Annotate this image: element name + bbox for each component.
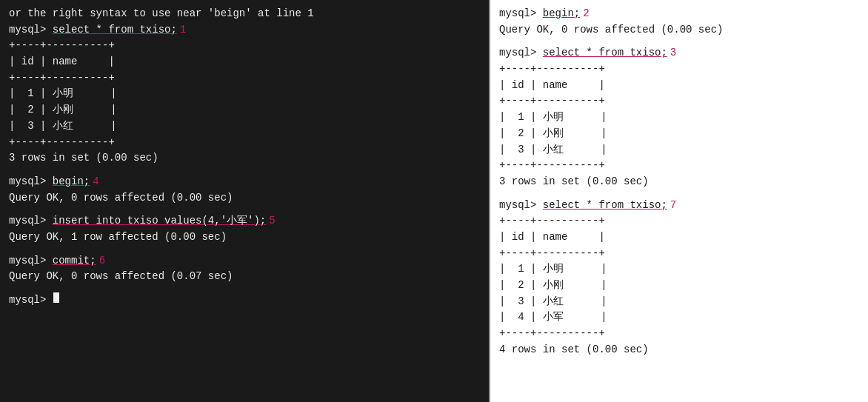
cmd6-text: commit; <box>53 253 96 269</box>
table3-row2: +----+----------+ <box>499 93 859 110</box>
table7-row6: | 4 | 小军 | <box>499 309 859 326</box>
cmd7-num: 7 <box>670 198 676 214</box>
cmd1-text: select * from txiso; <box>53 22 177 38</box>
result3: 3 rows in set (0.00 sec) <box>499 174 859 190</box>
result1: 3 rows in set (0.00 sec) <box>9 150 480 167</box>
cmd1-line: mysql> select * from txiso;1 <box>9 22 480 38</box>
cmd6-line: mysql> commit;6 <box>9 253 480 269</box>
table7-row1: | id | name | <box>499 230 859 246</box>
cmd3-line: mysql> select * from txiso;3 <box>499 45 859 61</box>
table3-container: +----+----------+ | id | name | +----+--… <box>499 61 859 174</box>
cmd4-num: 4 <box>93 174 99 190</box>
result4: Query OK, 0 rows affected (0.00 sec) <box>9 190 480 207</box>
table1-row4: | 2 | 小刚 | <box>9 102 480 118</box>
cmd2-num: 2 <box>583 6 589 22</box>
cmd3-num: 3 <box>670 45 676 61</box>
final-prompt: mysql> <box>9 292 53 309</box>
prompt2: mysql> <box>499 6 543 22</box>
table1-container: +----+----------+ | id | name | +----+--… <box>9 38 480 150</box>
cmd5-line: mysql> insert into txiso values(4,'小军');… <box>9 213 480 230</box>
prompt5: mysql> <box>9 213 53 230</box>
cmd5-text: insert into txiso values(4,'小军'); <box>53 213 266 230</box>
table3-row5: | 3 | 小红 | <box>499 142 859 158</box>
prompt3: mysql> <box>499 45 543 61</box>
table1-row1: | id | name | <box>9 54 480 70</box>
prompt7: mysql> <box>499 198 543 214</box>
table3-row0: +----+----------+ <box>499 61 859 78</box>
result2: Query OK, 0 rows affected (0.00 sec) <box>499 22 859 38</box>
table7-row0: +----+----------+ <box>499 213 859 230</box>
cmd2-line: mysql> begin;2 <box>499 6 859 22</box>
result5: Query OK, 1 row affected (0.00 sec) <box>9 230 480 246</box>
cursor <box>53 292 59 303</box>
table7-container: +----+----------+ | id | name | +----+--… <box>499 213 859 342</box>
cmd1-num: 1 <box>180 22 186 38</box>
cmd7-text: select * from txiso; <box>543 198 667 214</box>
cmd6-num: 6 <box>99 253 105 269</box>
cmd2-text: begin; <box>543 6 580 22</box>
prompt1: mysql> <box>9 22 53 38</box>
prompt6: mysql> <box>9 253 53 269</box>
cmd5-num: 5 <box>269 213 275 230</box>
table1-row2: +----+----------+ <box>9 70 480 87</box>
table7-row7: +----+----------+ <box>499 326 859 342</box>
prompt4: mysql> <box>9 174 53 190</box>
table3-row1: | id | name | <box>499 78 859 94</box>
table7-row2: +----+----------+ <box>499 246 859 262</box>
cmd7-line: mysql> select * from txiso;7 <box>499 198 859 214</box>
table7-row3: | 1 | 小明 | <box>499 261 859 278</box>
table3-row3: | 1 | 小明 | <box>499 110 859 126</box>
error-line: or the right syntax to use near 'beign' … <box>9 6 480 22</box>
result6: Query OK, 0 rows affected (0.07 sec) <box>9 269 480 285</box>
table3-row6: +----+----------+ <box>499 158 859 174</box>
cmd4-text: begin; <box>53 174 90 190</box>
right-terminal: mysql> begin;2 Query OK, 0 rows affected… <box>489 0 868 402</box>
final-prompt-line: mysql> <box>9 292 480 309</box>
table3-row4: | 2 | 小刚 | <box>499 126 859 142</box>
table1-row5: | 3 | 小红 | <box>9 118 480 135</box>
table1-row6: +----+----------+ <box>9 135 480 151</box>
table1-row0: +----+----------+ <box>9 38 480 54</box>
table1-row3: | 1 | 小明 | <box>9 86 480 102</box>
result7: 4 rows in set (0.00 sec) <box>499 342 859 358</box>
table7-row4: | 2 | 小刚 | <box>499 278 859 294</box>
cmd3-text: select * from txiso; <box>543 45 667 61</box>
left-terminal: or the right syntax to use near 'beign' … <box>0 0 489 402</box>
table7-row5: | 3 | 小红 | <box>499 294 859 310</box>
cmd4-line: mysql> begin;4 <box>9 174 480 190</box>
